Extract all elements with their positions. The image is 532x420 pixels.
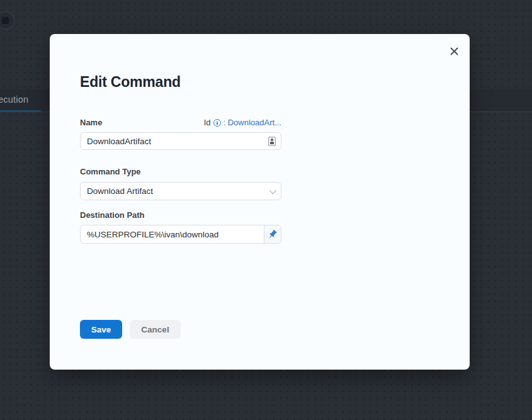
cancel-button[interactable]: Cancel (130, 320, 181, 339)
path-picker-button[interactable] (264, 225, 281, 243)
destination-path-input-wrap (80, 225, 281, 244)
destination-path-label: Destination Path (80, 210, 145, 220)
name-input-wrap (80, 132, 281, 150)
command-id-link[interactable]: : DownloadArt... (224, 118, 282, 127)
info-icon[interactable] (213, 119, 221, 127)
close-button[interactable] (447, 44, 461, 58)
id-label: Id (204, 118, 211, 127)
active-tab-indicator (0, 110, 41, 112)
pin-icon (266, 227, 280, 242)
stop-icon (2, 17, 9, 24)
tab-execution[interactable]: ecution (0, 94, 28, 105)
edit-command-dialog: Edit Command Name Id : DownloadArt... Co… (50, 34, 470, 370)
save-button[interactable]: Save (80, 320, 122, 339)
destination-path-input[interactable] (81, 230, 264, 239)
chevron-down-icon (269, 186, 276, 193)
name-input[interactable] (81, 137, 268, 146)
name-label-row: Name Id : DownloadArt... (80, 118, 281, 127)
name-label: Name (80, 118, 102, 127)
dialog-title: Edit Command (80, 74, 181, 91)
command-type-label: Command Type (80, 167, 141, 176)
command-id-group: Id : DownloadArt... (204, 118, 281, 127)
autofill-icon[interactable] (268, 137, 276, 146)
dialog-actions: Save Cancel (80, 320, 181, 339)
command-type-select[interactable]: Download Artifact (80, 182, 281, 200)
command-type-selected-value: Download Artifact (87, 186, 153, 196)
stop-button[interactable] (0, 11, 14, 30)
close-icon (450, 47, 458, 55)
